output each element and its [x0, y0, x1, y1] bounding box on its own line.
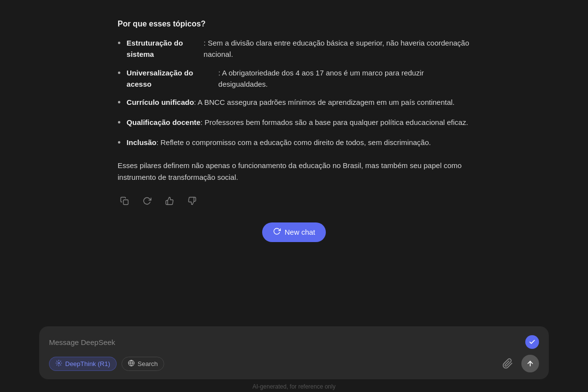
list-item: Universalização do acesso: A obrigatorie… [118, 67, 470, 90]
input-section: DeepThink (R1) Search [39, 326, 549, 379]
deepthink-icon [55, 360, 62, 368]
deepthink-button[interactable]: DeepThink (R1) [49, 357, 117, 371]
thumbdown-icon[interactable] [185, 194, 199, 208]
message-container: Por que esses tópicos? Estruturação do s… [108, 20, 480, 257]
section-title: Por que esses tópicos? [118, 20, 470, 28]
closing-text: Esses pilares definem não apenas o funci… [118, 160, 470, 183]
new-chat-refresh-icon [273, 227, 281, 237]
footer-text: AI-generated, for reference only [0, 379, 588, 392]
check-button[interactable] [525, 335, 539, 349]
deepthink-label: DeepThink (R1) [65, 360, 110, 368]
globe-icon [128, 360, 135, 368]
regenerate-icon[interactable] [140, 194, 154, 208]
search-label: Search [138, 360, 158, 368]
list-item: Currículo unificado: A BNCC assegura pad… [118, 97, 470, 110]
list-item: Inclusão: Reflete o compromisso com a ed… [118, 137, 470, 150]
input-row [49, 335, 539, 349]
bottom-row: DeepThink (R1) Search [49, 355, 539, 372]
bullet-list: Estruturação do sistema: Sem a divisão c… [118, 37, 470, 150]
send-button[interactable] [521, 355, 539, 372]
svg-rect-0 [123, 199, 128, 204]
svg-point-1 [58, 362, 60, 364]
copy-icon[interactable] [118, 194, 131, 208]
search-button[interactable]: Search [122, 357, 164, 371]
message-input[interactable] [49, 338, 525, 346]
list-item: Qualificação docente: Professores bem fo… [118, 117, 470, 130]
new-chat-section: New chat [118, 222, 470, 242]
thumbup-icon[interactable] [163, 194, 176, 208]
new-chat-label: New chat [285, 228, 316, 236]
right-tools [499, 355, 539, 372]
new-chat-button[interactable]: New chat [262, 222, 326, 242]
list-item: Estruturação do sistema: Sem a divisão c… [118, 37, 470, 60]
action-icons [118, 194, 470, 208]
left-tools: DeepThink (R1) Search [49, 357, 164, 371]
attach-button[interactable] [499, 355, 516, 372]
main-content: Por que esses tópicos? Estruturação do s… [0, 0, 588, 326]
